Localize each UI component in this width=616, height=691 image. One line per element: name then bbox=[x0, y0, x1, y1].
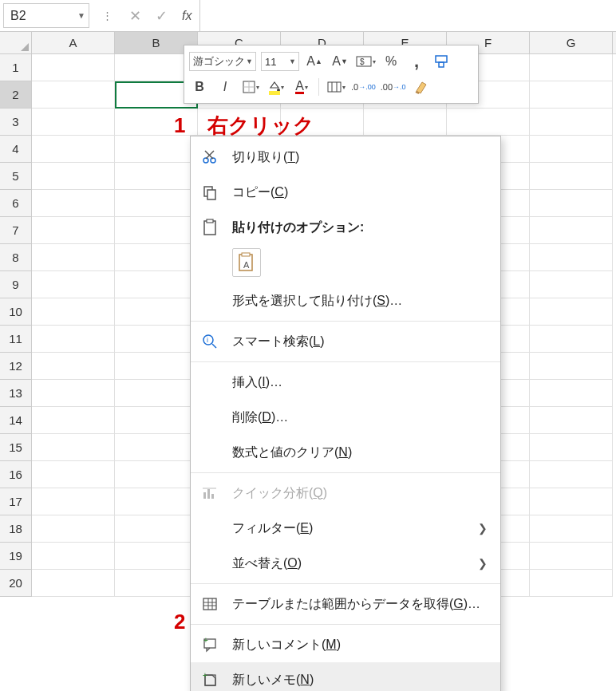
cell[interactable] bbox=[32, 380, 115, 407]
cell[interactable] bbox=[32, 298, 115, 326]
cell[interactable] bbox=[115, 217, 198, 244]
increase-decimal-icon[interactable]: .0→.00 bbox=[351, 77, 376, 97]
row-header-3[interactable]: 3 bbox=[0, 109, 32, 136]
cell[interactable] bbox=[115, 488, 198, 515]
ctx-sort[interactable]: 並べ替え(O) ❯ bbox=[191, 546, 500, 581]
row-header-14[interactable]: 14 bbox=[0, 407, 32, 434]
cell[interactable] bbox=[530, 190, 613, 217]
clear-format-icon[interactable] bbox=[411, 77, 432, 97]
cell[interactable] bbox=[530, 434, 613, 461]
cell[interactable] bbox=[32, 109, 115, 136]
percent-icon[interactable]: % bbox=[381, 51, 401, 72]
cell[interactable] bbox=[115, 407, 198, 434]
cell[interactable] bbox=[32, 136, 115, 163]
ctx-paste-special[interactable]: 形式を選択して貼り付け(S)… bbox=[191, 283, 500, 318]
col-header-G[interactable]: G bbox=[530, 32, 613, 53]
cell[interactable] bbox=[530, 380, 613, 407]
ctx-cut[interactable]: 切り取り(T) bbox=[191, 140, 500, 175]
row-header-17[interactable]: 17 bbox=[0, 488, 32, 515]
decrease-font-icon[interactable]: A▼ bbox=[330, 51, 350, 72]
row-header-18[interactable]: 18 bbox=[0, 515, 32, 543]
cell[interactable] bbox=[115, 434, 198, 461]
format-painter-icon[interactable] bbox=[432, 51, 452, 72]
cell[interactable] bbox=[447, 109, 530, 136]
bold-icon[interactable]: B bbox=[189, 77, 210, 97]
cell[interactable] bbox=[32, 407, 115, 434]
cell[interactable] bbox=[530, 353, 613, 380]
cell[interactable] bbox=[32, 570, 115, 597]
ctx-filter[interactable]: フィルター(E) ❯ bbox=[191, 511, 500, 546]
cell[interactable] bbox=[530, 163, 613, 190]
cell[interactable] bbox=[32, 326, 115, 353]
cell[interactable] bbox=[115, 326, 198, 353]
row-header-12[interactable]: 12 bbox=[0, 353, 32, 380]
row-header-11[interactable]: 11 bbox=[0, 326, 32, 353]
name-box[interactable]: B2 ▼ bbox=[3, 3, 89, 28]
font-size-select[interactable]: 11▼ bbox=[261, 52, 299, 71]
cell[interactable] bbox=[530, 298, 613, 326]
cell[interactable] bbox=[530, 271, 613, 298]
cell[interactable] bbox=[32, 54, 115, 81]
font-select[interactable]: 游ゴシック▼ bbox=[189, 52, 256, 71]
chevron-down-icon[interactable]: ▼ bbox=[77, 11, 85, 20]
cell[interactable] bbox=[32, 461, 115, 488]
row-header-16[interactable]: 16 bbox=[0, 461, 32, 488]
cell[interactable] bbox=[530, 109, 613, 136]
decrease-decimal-icon[interactable]: .00→.0 bbox=[381, 77, 406, 97]
cell[interactable] bbox=[530, 136, 613, 163]
cell[interactable] bbox=[32, 515, 115, 543]
borders-icon[interactable]: ▾ bbox=[240, 77, 261, 97]
cell[interactable] bbox=[530, 461, 613, 488]
formula-input[interactable] bbox=[199, 0, 616, 31]
cell[interactable] bbox=[530, 515, 613, 543]
row-header-6[interactable]: 6 bbox=[0, 190, 32, 217]
row-header-19[interactable]: 19 bbox=[0, 543, 32, 570]
comma-icon[interactable]: , bbox=[406, 51, 427, 72]
cell[interactable] bbox=[530, 81, 613, 109]
cell[interactable] bbox=[530, 217, 613, 244]
row-header-13[interactable]: 13 bbox=[0, 380, 32, 407]
paste-option-default[interactable]: A bbox=[232, 248, 261, 277]
merge-center-icon[interactable]: ▾ bbox=[326, 77, 346, 97]
cell[interactable] bbox=[115, 271, 198, 298]
ctx-insert[interactable]: 挿入(I)… bbox=[191, 365, 500, 400]
row-header-10[interactable]: 10 bbox=[0, 298, 32, 326]
cancel-icon[interactable]: ✕ bbox=[129, 7, 141, 25]
cell[interactable] bbox=[115, 190, 198, 217]
cell[interactable] bbox=[32, 244, 115, 271]
fx-icon[interactable]: fx bbox=[182, 9, 192, 23]
font-color-icon[interactable]: A▾ bbox=[291, 77, 312, 97]
cell[interactable] bbox=[32, 543, 115, 570]
cell[interactable] bbox=[530, 543, 613, 570]
cell[interactable] bbox=[364, 109, 447, 136]
cell[interactable] bbox=[530, 488, 613, 515]
cell[interactable] bbox=[32, 217, 115, 244]
row-header-2[interactable]: 2 bbox=[0, 81, 32, 109]
cell[interactable] bbox=[115, 380, 198, 407]
row-header-9[interactable]: 9 bbox=[0, 271, 32, 298]
cell[interactable] bbox=[115, 353, 198, 380]
fill-color-icon[interactable]: ▾ bbox=[266, 77, 286, 97]
italic-icon[interactable]: I bbox=[215, 77, 235, 97]
cell[interactable] bbox=[32, 190, 115, 217]
cell[interactable] bbox=[32, 271, 115, 298]
cell[interactable] bbox=[32, 163, 115, 190]
row-header-15[interactable]: 15 bbox=[0, 434, 32, 461]
ctx-smart-lookup[interactable]: i スマート検索(L) bbox=[191, 324, 500, 359]
select-all-corner[interactable] bbox=[0, 32, 32, 53]
row-header-20[interactable]: 20 bbox=[0, 570, 32, 597]
row-header-4[interactable]: 4 bbox=[0, 136, 32, 163]
col-header-A[interactable]: A bbox=[32, 32, 115, 53]
cell[interactable] bbox=[530, 244, 613, 271]
ctx-clear[interactable]: 数式と値のクリア(N) bbox=[191, 435, 500, 470]
cell[interactable] bbox=[32, 81, 115, 109]
cell[interactable] bbox=[115, 163, 198, 190]
row-header-5[interactable]: 5 bbox=[0, 163, 32, 190]
cell[interactable] bbox=[115, 244, 198, 271]
cell[interactable] bbox=[115, 570, 198, 597]
cell[interactable] bbox=[530, 407, 613, 434]
accounting-format-icon[interactable]: $▾ bbox=[355, 51, 376, 72]
ctx-new-comment[interactable]: + 新しいコメント(M) bbox=[191, 627, 500, 662]
chevron-down-icon[interactable]: ▼ bbox=[289, 57, 296, 65]
cell[interactable] bbox=[32, 488, 115, 515]
